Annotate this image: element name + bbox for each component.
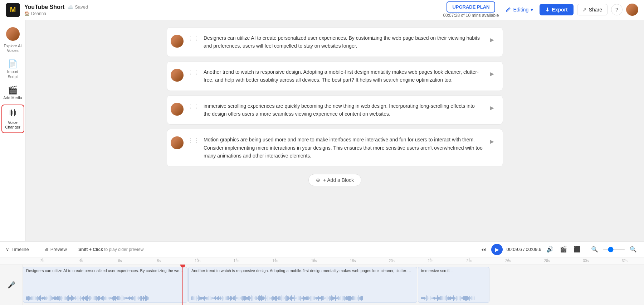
block-avatar-2 — [171, 69, 184, 82]
ruler-mark: 28s — [528, 259, 567, 263]
project-title-row: YouTube Short ☁️ Saved — [24, 4, 439, 10]
sidebar-label-add-media: Add Media — [3, 96, 22, 100]
editing-button[interactable]: Editing ▾ — [502, 5, 536, 15]
timeline-ruler: 2s4s6s8s10s12s14s16s18s20s22s24s26s28s30… — [0, 257, 644, 265]
logo-text: M — [10, 6, 16, 14]
drag-handle-2[interactable]: ⋮⋮ — [188, 69, 199, 76]
skip-back-button[interactable]: ⏮ — [479, 245, 488, 254]
block-text-3[interactable]: immersive scrolling experiences are quic… — [204, 102, 483, 118]
media-button[interactable]: 🎬 — [558, 245, 569, 254]
timeline-tracks: 🎤 Designers can utilize AI to create per… — [0, 265, 644, 305]
plus-icon: ⊕ — [316, 177, 320, 183]
cloud-icon: ☁️ — [67, 4, 73, 10]
project-title: YouTube Short — [24, 4, 64, 10]
svg-rect-0 — [10, 110, 10, 115]
svg-rect-4 — [15, 111, 16, 115]
export-label: Export — [552, 7, 567, 13]
shift-hint: Shift + Click to play older preview — [78, 247, 143, 252]
track-clip[interactable]: Designers can utilize AI to create perso… — [23, 267, 187, 303]
explore-ai-voices-avatar — [6, 27, 20, 41]
play-button-2[interactable]: ▶ — [487, 69, 497, 79]
preview-icon: 🖥 — [44, 247, 48, 252]
avatar[interactable] — [626, 4, 638, 16]
timeline-label: Timeline — [11, 247, 29, 252]
edit-icon — [505, 7, 511, 13]
logo[interactable]: M — [6, 3, 20, 17]
time-display: 00:09.6 / 00:09.6 — [506, 247, 541, 252]
sidebar-item-explore-ai-voices[interactable]: Explore AI Voices — [1, 24, 24, 56]
sidebar-label-import-script: Import Script — [3, 69, 23, 79]
help-button[interactable]: ? — [611, 4, 623, 15]
play-button-3[interactable]: ▶ — [487, 103, 497, 113]
sidebar-item-import-script[interactable]: 📄 Import Script — [1, 57, 24, 82]
timeline-header: ∨ Timeline 🖥 Preview Shift + Click to pl… — [0, 242, 644, 257]
zoom-in-button[interactable]: 🔍 — [628, 245, 638, 254]
sidebar-item-voice-changer[interactable]: Voice Changer — [1, 105, 24, 133]
sidebar-label-explore-ai-voices: Explore AI Voices — [3, 44, 23, 53]
share-icon: ↗ — [582, 7, 587, 13]
zoom-slider[interactable] — [603, 249, 625, 250]
drag-handle-3[interactable]: ⋮⋮ — [188, 103, 199, 110]
script-block-4: ⋮⋮ Motion graphics are being used more a… — [167, 129, 503, 166]
waveform — [26, 295, 184, 301]
shift-hint-text: to play older preview — [104, 247, 143, 252]
add-block-button[interactable]: ⊕ + Add a Block — [308, 174, 361, 186]
chevron-down-icon: ▾ — [531, 7, 533, 13]
preview-toggle[interactable]: 🖥 Preview — [41, 245, 70, 253]
sidebar-label-voice-changer: Voice Changer — [4, 120, 22, 130]
ruler-marks: 2s4s6s8s10s12s14s16s18s20s22s24s26s28s30… — [23, 259, 644, 263]
ruler-mark: 18s — [333, 259, 372, 263]
time-info: 00:07:28 of 10 mins available — [443, 13, 499, 19]
script-block-2: ⋮⋮ Another trend to watch is responsive … — [167, 61, 503, 91]
preview-label: Preview — [50, 247, 67, 252]
svg-rect-1 — [11, 110, 12, 116]
divider-2 — [586, 246, 586, 253]
block-text-2[interactable]: Another trend to watch is responsive des… — [204, 68, 483, 84]
ruler-mark: 22s — [411, 259, 450, 263]
ruler-mark: 32s — [605, 259, 644, 263]
ruler-mark: 30s — [566, 259, 605, 263]
editing-label: Editing — [513, 7, 528, 13]
block-text-1[interactable]: Designers can utilize AI to create perso… — [204, 34, 483, 50]
upgrade-button[interactable]: UPGRADE PLAN — [447, 1, 495, 13]
breadcrumb-label: Deanna — [31, 11, 46, 16]
download-icon: ⬇ — [545, 7, 550, 13]
timeline-play-button[interactable]: ▶ — [491, 244, 503, 255]
share-label: Share — [589, 7, 602, 13]
ruler-mark: 8s — [140, 259, 179, 263]
main-area: Explore AI Voices 📄 Import Script 🎬 Add … — [0, 20, 644, 241]
track-clip[interactable]: immersive scroll... — [418, 267, 489, 303]
block-avatar-3 — [171, 103, 184, 116]
playhead[interactable] — [182, 265, 183, 305]
share-button[interactable]: ↗ Share — [577, 4, 608, 15]
drag-handle-1[interactable]: ⋮⋮ — [188, 35, 199, 42]
ruler-mark: 6s — [101, 259, 140, 263]
header-right: UPGRADE PLAN 00:07:28 of 10 mins availab… — [443, 1, 638, 19]
timeline-toggle[interactable]: ∨ Timeline — [6, 247, 29, 252]
script-block-1: ⋮⋮ Designers can utilize AI to create pe… — [167, 27, 503, 57]
divider-1 — [35, 246, 35, 253]
home-icon: 🏠 — [24, 11, 30, 16]
svg-rect-3 — [14, 109, 15, 116]
track-content: Designers can utilize AI to create perso… — [23, 265, 644, 305]
add-block-label: + Add a Block — [323, 177, 354, 183]
saved-label: Saved — [75, 4, 88, 10]
project-info: YouTube Short ☁️ Saved 🏠 Deanna — [24, 4, 439, 16]
svg-rect-2 — [13, 111, 13, 115]
top-header: M YouTube Short ☁️ Saved 🏠 Deanna UPGRAD… — [0, 0, 644, 20]
ruler-mark: 20s — [372, 259, 411, 263]
drag-handle-4[interactable]: ⋮⋮ — [188, 137, 199, 144]
play-button-4[interactable]: ▶ — [487, 136, 497, 146]
track-clip[interactable]: Another trend to watch is responsive des… — [188, 267, 417, 303]
zoom-out-button[interactable]: 🔍 — [590, 245, 600, 254]
timeline-controls: ⏮ ▶ 00:09.6 / 00:09.6 🔊 🎬 ⬛ 🔍 🔍 — [479, 244, 638, 255]
export-button[interactable]: ⬇ Export — [540, 4, 573, 15]
captions-button[interactable]: ⬛ — [572, 245, 582, 254]
play-button-1[interactable]: ▶ — [487, 35, 497, 45]
block-text-4[interactable]: Motion graphics are being used more and … — [204, 136, 483, 160]
sidebar-item-add-media[interactable]: 🎬 Add Media — [1, 83, 24, 103]
microphone-icon[interactable]: 🎤 — [8, 281, 15, 289]
track-side: 🎤 — [0, 265, 23, 305]
volume-button[interactable]: 🔊 — [545, 245, 555, 254]
track-row: 🎤 Designers can utilize AI to create per… — [0, 265, 644, 305]
